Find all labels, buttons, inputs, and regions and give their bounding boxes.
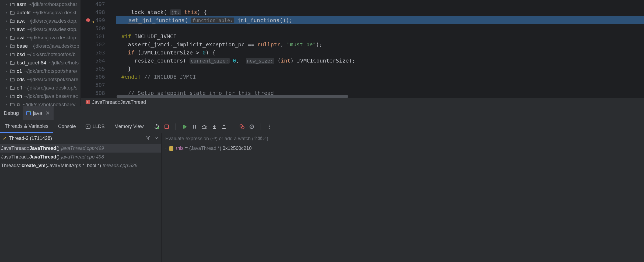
folder-icon xyxy=(10,103,15,106)
tree-item[interactable]: › awt ~/jdk/src/java.desktop, xyxy=(0,25,80,33)
chevron-down-icon[interactable] xyxy=(155,136,159,141)
tree-item[interactable]: › awt ~/jdk/src/java.desktop, xyxy=(0,33,80,42)
code-line[interactable]: _lock_stack( jt: this) { xyxy=(116,8,644,16)
folder-icon xyxy=(10,69,15,73)
folder-icon xyxy=(10,53,15,56)
stack-frame[interactable]: Threads::create_vm(JavaVMInitArgs *, boo… xyxy=(0,161,161,170)
chevron-right-icon: › xyxy=(6,78,10,81)
tree-item[interactable]: › bsd ~/jdk/src/hotspot/os/b xyxy=(0,50,80,58)
chevron-right-icon: › xyxy=(6,44,10,48)
svg-point-15 xyxy=(269,125,270,125)
code-line[interactable] xyxy=(116,0,644,8)
step-out-button[interactable] xyxy=(222,124,226,129)
chevron-right-icon: › xyxy=(6,103,10,106)
chevron-right-icon: › xyxy=(6,53,10,56)
folder-icon xyxy=(10,78,15,81)
view-breakpoints-button[interactable] xyxy=(240,124,244,129)
code-line[interactable]: #if INCLUDE_JVMCI xyxy=(116,32,644,40)
svg-rect-4 xyxy=(193,125,194,129)
stack-frame[interactable]: JavaThread::JavaThread()javaThread.cpp:4… xyxy=(0,144,161,153)
horizontal-scrollbar[interactable] xyxy=(117,95,348,98)
chevron-right-icon: › xyxy=(6,2,10,6)
tree-item[interactable]: › asm ~/jdk/src/hotspot/shar xyxy=(0,0,80,8)
folder-icon xyxy=(10,27,15,31)
mute-breakpoints-button[interactable] xyxy=(249,124,254,129)
svg-point-11 xyxy=(240,125,243,127)
filter-icon[interactable] xyxy=(146,136,150,141)
rerun-button[interactable] xyxy=(154,124,159,129)
chevron-right-icon: › xyxy=(6,86,10,90)
close-icon[interactable]: ✕ xyxy=(46,110,50,116)
step-over-button[interactable] xyxy=(202,124,207,129)
svg-point-12 xyxy=(242,126,244,129)
chevron-right-icon: › xyxy=(6,27,10,31)
evaluate-expression-input[interactable]: Evaluate expression (⏎) or add a watch (… xyxy=(162,133,644,144)
tree-item[interactable]: › cff ~/jdk/src/java.desktop/s xyxy=(0,84,80,92)
debug-subtabs: Threads & Variables Console LLDB Memory … xyxy=(0,120,644,133)
variables-panel: Evaluate expression (⏎) or add a watch (… xyxy=(162,133,644,262)
svg-point-1 xyxy=(157,127,159,129)
stack-frame[interactable]: JavaThread::JavaThread()javaThread.cpp:4… xyxy=(0,153,161,161)
folder-icon xyxy=(10,44,15,48)
code-line[interactable]: set_jni_functions( functionTable: jni_fu… xyxy=(116,16,644,24)
tree-item[interactable]: › base ~/jdk/src/java.desktop xyxy=(0,42,80,50)
chevron-right-icon: › xyxy=(6,36,10,40)
subtab-lldb[interactable]: LLDB xyxy=(81,120,110,133)
code-editor[interactable]: 497498→499500501502503504505506507508509… xyxy=(81,0,644,106)
folder-icon xyxy=(10,19,15,23)
svg-rect-3 xyxy=(183,125,184,129)
step-into-button[interactable] xyxy=(212,124,217,129)
svg-point-17 xyxy=(269,128,270,129)
resume-button[interactable] xyxy=(182,124,187,129)
run-config-icon xyxy=(26,111,31,115)
check-icon: ✓ xyxy=(3,136,7,142)
chevron-right-icon: › xyxy=(6,69,10,73)
pause-button[interactable] xyxy=(192,124,197,129)
folder-icon xyxy=(10,36,15,40)
folder-icon xyxy=(10,94,15,98)
code-line[interactable]: if (JVMCICounterSize > 0) { xyxy=(116,49,644,57)
breakpoint-icon[interactable] xyxy=(86,18,90,22)
terminal-icon xyxy=(86,124,90,129)
tree-item[interactable]: › autofit ~/jdk/src/java.deskt xyxy=(0,8,80,17)
tab-config-java[interactable]: java ✕ xyxy=(23,106,54,120)
code-line[interactable]: resize_counters( current_size: 0, new_si… xyxy=(116,57,644,65)
tree-item[interactable]: › c1 ~/jdk/src/hotspot/share/ xyxy=(0,67,80,75)
subtab-console[interactable]: Console xyxy=(53,120,81,133)
tab-debug[interactable]: Debug xyxy=(0,106,23,120)
folder-icon xyxy=(10,86,15,90)
chevron-right-icon: › xyxy=(6,11,10,15)
code-line[interactable] xyxy=(116,81,644,89)
function-icon: f xyxy=(86,100,90,104)
tree-item[interactable]: › ci ~/jdk/src/hotspot/share/ xyxy=(0,100,80,106)
thread-selector[interactable]: ✓ Thread-3 (1711438) xyxy=(0,133,161,144)
chevron-right-icon: › xyxy=(6,61,10,65)
subtab-threads-variables[interactable]: Threads & Variables xyxy=(0,120,53,133)
tree-item[interactable]: › bsd_aarch64 ~/jdk/src/hots xyxy=(0,58,80,67)
code-line[interactable] xyxy=(116,24,644,32)
svg-line-14 xyxy=(250,125,253,128)
stop-button[interactable] xyxy=(164,124,169,129)
svg-rect-0 xyxy=(86,125,90,129)
tree-item[interactable]: › ch ~/jdk/src/java.base/mac xyxy=(0,92,80,100)
code-line[interactable]: #endif // INCLUDE_JVMCI xyxy=(116,73,644,81)
variable-row[interactable]: › this = {JavaThread *} 0x12500c210 xyxy=(162,144,644,153)
folder-icon xyxy=(10,11,15,15)
folder-icon xyxy=(10,2,15,6)
project-tree: › asm ~/jdk/src/hotspot/shar› autofit ~/… xyxy=(0,0,81,106)
tree-item[interactable]: › cds ~/jdk/src/hotspot/share xyxy=(0,75,80,84)
subtab-memory-view[interactable]: Memory View xyxy=(110,120,149,133)
code-line[interactable]: assert(_jvmci._implicit_exception_pc == … xyxy=(116,40,644,49)
more-actions-button[interactable] xyxy=(267,124,272,129)
breadcrumb-label: JavaThread::JavaThread xyxy=(92,99,146,105)
breadcrumb[interactable]: f JavaThread::JavaThread xyxy=(81,98,644,106)
svg-rect-2 xyxy=(165,125,169,129)
variable-icon xyxy=(169,146,173,151)
folder-icon xyxy=(10,61,15,65)
tree-item[interactable]: › awt ~/jdk/src/java.desktop, xyxy=(0,17,80,25)
chevron-right-icon[interactable]: › xyxy=(165,147,166,150)
frames-panel: ✓ Thread-3 (1711438) JavaThread::JavaThr… xyxy=(0,133,162,262)
tool-window-tabs: Debug java ✕ xyxy=(0,106,644,120)
code-line[interactable]: } xyxy=(116,65,644,73)
svg-point-16 xyxy=(269,126,270,127)
